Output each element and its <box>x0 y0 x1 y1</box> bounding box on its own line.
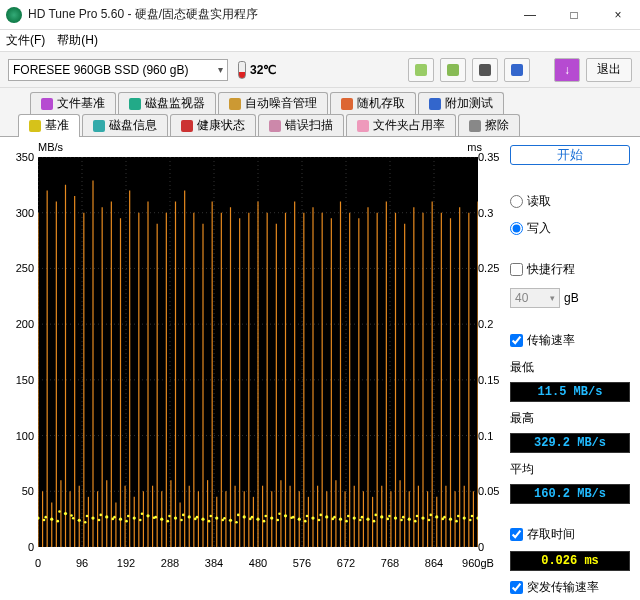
avg-value: 160.2 MB/s <box>510 484 630 504</box>
svg-point-137 <box>139 519 142 522</box>
tab-健康状态[interactable]: 健康状态 <box>170 114 256 136</box>
tab-label: 磁盘信息 <box>109 117 157 134</box>
svg-point-208 <box>463 516 466 519</box>
temperature-display: 32℃ <box>238 61 276 79</box>
svg-point-164 <box>263 520 266 523</box>
tab-icon <box>341 98 353 110</box>
tab-label: 健康状态 <box>197 117 245 134</box>
tab-擦除[interactable]: 擦除 <box>458 114 520 136</box>
minimize-button[interactable]: — <box>508 0 552 30</box>
svg-point-185 <box>359 519 362 522</box>
svg-point-158 <box>235 521 238 524</box>
blocksize-select: 40▾ <box>510 288 560 308</box>
svg-point-115 <box>38 516 40 519</box>
svg-point-133 <box>119 518 122 521</box>
benchmark-chart: MB/s ms 05010015020025030035000.050.10.1… <box>0 137 500 597</box>
x-tick: 0 <box>35 557 41 569</box>
tab-随机存取[interactable]: 随机存取 <box>330 92 416 114</box>
svg-point-126 <box>72 517 75 520</box>
svg-point-177 <box>306 515 309 518</box>
svg-point-192 <box>374 514 377 517</box>
svg-point-157 <box>229 519 232 522</box>
menu-file[interactable]: 文件(F) <box>6 32 45 49</box>
tab-label: 磁盘监视器 <box>145 95 205 112</box>
svg-point-116 <box>43 519 46 522</box>
y-left-tick: 300 <box>6 207 34 219</box>
svg-point-129 <box>86 515 89 518</box>
tab-文件夹占用率[interactable]: 文件夹占用率 <box>346 114 456 136</box>
access-time-checkbox[interactable]: 存取时间 <box>510 526 630 543</box>
tab-label: 文件基准 <box>57 95 105 112</box>
svg-point-193 <box>394 516 397 519</box>
screenshot-button[interactable] <box>472 58 498 82</box>
svg-point-118 <box>50 518 53 521</box>
x-tick: 384 <box>205 557 223 569</box>
svg-point-176 <box>318 519 321 522</box>
access-time-value: 0.026 ms <box>510 551 630 571</box>
svg-point-211 <box>476 516 478 519</box>
svg-point-188 <box>373 520 376 523</box>
svg-point-130 <box>105 515 108 518</box>
tab-错误扫描[interactable]: 错误扫描 <box>258 114 344 136</box>
x-tick: 192 <box>117 557 135 569</box>
drive-select[interactable]: FORESEE 960GB SSD (960 gB) ▾ <box>8 59 228 81</box>
svg-point-197 <box>414 520 417 523</box>
min-label: 最低 <box>510 359 630 376</box>
tab-文件基准[interactable]: 文件基准 <box>30 92 116 114</box>
write-radio[interactable]: 写入 <box>510 220 630 237</box>
svg-point-186 <box>347 515 350 518</box>
tab-label: 擦除 <box>485 117 509 134</box>
exit-button[interactable]: 退出 <box>586 58 632 82</box>
svg-point-121 <box>64 512 67 515</box>
svg-point-167 <box>276 519 279 522</box>
svg-point-146 <box>180 519 183 522</box>
copy-screenshot-button[interactable] <box>440 58 466 82</box>
svg-point-173 <box>304 520 307 523</box>
svg-point-209 <box>469 519 472 522</box>
y-left-tick: 250 <box>6 262 34 274</box>
x-tick: 768 <box>381 557 399 569</box>
svg-point-136 <box>133 516 136 519</box>
y-left-tick: 100 <box>6 430 34 442</box>
svg-point-128 <box>98 519 101 522</box>
options-button[interactable]: ↓ <box>554 58 580 82</box>
svg-point-213 <box>471 515 474 518</box>
svg-point-202 <box>435 515 438 518</box>
svg-point-160 <box>243 515 246 518</box>
copy-text-button[interactable] <box>408 58 434 82</box>
svg-point-198 <box>402 516 405 519</box>
y-right-tick: 0.05 <box>478 485 502 497</box>
svg-point-166 <box>270 516 273 519</box>
down-arrow-icon: ↓ <box>564 63 570 77</box>
svg-point-201 <box>416 515 419 518</box>
y-left-label: MB/s <box>38 141 63 153</box>
svg-point-162 <box>237 514 240 517</box>
shortstroke-checkbox[interactable]: 快捷行程 <box>510 261 630 278</box>
tab-label: 基准 <box>45 117 69 134</box>
burst-rate-checkbox[interactable]: 突发传输速率 <box>510 579 630 596</box>
tab-label: 附加测试 <box>445 95 493 112</box>
svg-point-178 <box>325 515 328 518</box>
tab-磁盘信息[interactable]: 磁盘信息 <box>82 114 168 136</box>
transfer-rate-checkbox[interactable]: 传输速率 <box>510 332 630 349</box>
svg-point-195 <box>388 515 391 518</box>
max-label: 最高 <box>510 410 630 427</box>
tab-icon <box>29 120 41 132</box>
save-button[interactable] <box>504 58 530 82</box>
menu-help[interactable]: 帮助(H) <box>57 32 98 49</box>
svg-point-172 <box>298 518 301 521</box>
tab-自动噪音管理[interactable]: 自动噪音管理 <box>218 92 328 114</box>
read-radio[interactable]: 读取 <box>510 193 630 210</box>
avg-label: 平均 <box>510 461 630 478</box>
tab-label: 错误扫描 <box>285 117 333 134</box>
x-tick: 576 <box>293 557 311 569</box>
svg-point-153 <box>196 516 199 519</box>
y-right-tick: 0.35 <box>478 151 502 163</box>
tab-基准[interactable]: 基准 <box>18 114 80 136</box>
start-button[interactable]: 开始 <box>510 145 630 165</box>
tab-磁盘监视器[interactable]: 磁盘监视器 <box>118 92 216 114</box>
close-button[interactable]: × <box>596 0 640 30</box>
svg-point-163 <box>256 518 259 521</box>
tab-附加测试[interactable]: 附加测试 <box>418 92 504 114</box>
maximize-button[interactable]: □ <box>552 0 596 30</box>
